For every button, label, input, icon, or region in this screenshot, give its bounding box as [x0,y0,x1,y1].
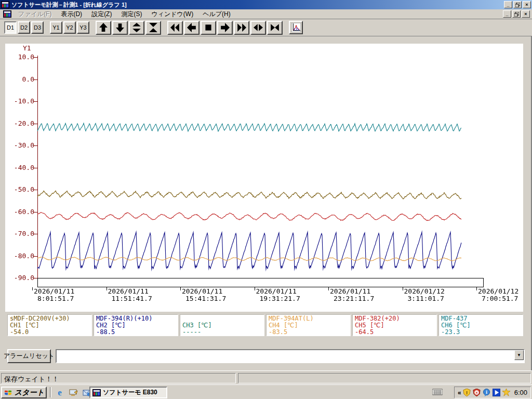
security-alert-shield-icon[interactable]: × [473,389,481,397]
restore-button[interactable] [513,1,522,8]
y-tick-label: -80.0 [10,252,34,259]
security-warning-shield-icon[interactable]: ! [463,389,471,397]
compress-vertical-button[interactable] [145,21,161,35]
expand-vertical-button[interactable] [129,21,144,35]
compress-vertical-icon [149,23,158,32]
tray-collapse-chevron[interactable]: « [458,389,461,396]
info-balloon-icon[interactable]: i [483,389,491,397]
y-tick-label: -60.0 [10,208,34,215]
scroll-up-button[interactable] [96,21,111,35]
chevron-down-icon: ▼ [517,353,521,357]
legend-cell-ch1: sMDF-DC200V(+30) CH1 [℃] -54.0 [7,314,92,336]
rewind-icon [170,23,180,32]
menu-help[interactable]: ヘルプ(H) [198,9,235,20]
ie-quicklaunch-icon[interactable]: e [54,387,65,398]
window-title: ソフトサーモ計測－計測1 - [折れ線グラフ 1] [11,1,503,9]
expand-horizontal-button[interactable] [250,21,266,35]
task-label: ソフトサーモ E830 [103,388,157,397]
svg-text:i: i [486,390,487,395]
arrow-right-icon [220,23,230,32]
status-message: 保存ウェイト！！ [1,373,236,383]
line-graph-icon [291,23,301,32]
media-play-icon[interactable] [493,389,501,397]
arrow-down-icon [115,23,125,32]
legend-cell-ch3: CH3 [℃] ----- [180,314,264,336]
alarm-reset-button[interactable]: アラームリセット [7,349,51,363]
compress-horizontal-icon [270,23,280,32]
step-right-button[interactable] [217,21,233,35]
x-tick-label: 2026/01/118:01:51.7 [34,288,74,302]
ie-icon: e [58,388,62,398]
menu-bar: ファイル(F) 表示(D) 設定(Z) 測定(S) ウィンドウ(W) ヘルプ(H… [0,9,532,19]
show-desktop-icon[interactable] [68,387,79,398]
alarm-message-field[interactable] [56,349,525,363]
step-left-button[interactable] [184,21,200,35]
status-text: 保存ウェイト！！ [4,375,59,383]
menu-view[interactable]: 表示(D) [56,9,87,20]
status-panel-right [238,373,531,383]
x-tick-label: 2026/01/1119:31:21.7 [256,288,300,302]
system-tray: « ! × i 6:00 [454,387,531,398]
rewind-button[interactable] [167,21,183,35]
toolbar-d1-button[interactable]: D1 [4,21,17,34]
toolbar-d3-button[interactable]: D3 [31,21,44,34]
child-restore-button[interactable] [512,10,521,18]
legend-cell-ch4: MDF-394AT(L) CH4 [℃] -83.5 [266,314,351,336]
task-app-icon [92,389,101,396]
y-tick-label: -20.0 [10,120,34,127]
scroll-down-button[interactable] [112,21,128,35]
alarm-message-combobox[interactable]: ▼ [56,349,525,363]
toolbar-d2-button[interactable]: D2 [18,21,30,34]
taskbar-divider [50,387,51,397]
toolbar-y3-button[interactable]: Y3 [77,21,89,34]
toolbar: D1 D2 D3 Y1 Y2 Y3 [0,19,532,36]
title-bar: ソフトサーモ計測－計測1 - [折れ線グラフ 1] _ × [0,0,532,9]
star-burst-icon[interactable] [502,389,511,397]
start-button[interactable]: スタート [1,387,47,398]
legend-cell-ch6: MDF-437 CH6 [℃] -23.3 [438,314,523,336]
mdi-child-icon [3,10,11,18]
stop-button[interactable] [201,21,216,35]
close-button[interactable]: × [523,1,531,8]
start-label: スタート [15,388,44,397]
stop-icon [204,23,213,32]
toolbar-y2-button[interactable]: Y2 [63,21,76,34]
child-close-button[interactable]: × [522,10,530,18]
toolbar-y1-button[interactable]: Y1 [50,21,62,34]
fast-forward-button[interactable] [234,21,249,35]
y-tick-label: -50.0 [10,186,34,193]
status-bar: 保存ウェイト！！ [0,370,532,384]
minimize-button[interactable]: _ [504,1,512,8]
menu-settings[interactable]: 設定(Z) [87,9,116,20]
windows-logo-icon [4,389,12,397]
graph-settings-button[interactable] [289,21,303,34]
task-button-softthermo[interactable]: ソフトサーモ E830 [89,387,167,398]
child-restore-icon [514,12,519,17]
combo-dropdown-button[interactable]: ▼ [514,350,524,360]
menu-file[interactable]: ファイル(F) [14,9,56,20]
x-tick-label: 2026/01/127:00:51.7 [478,288,518,302]
y-tick-label: -10.0 [10,98,34,104]
y-tick-label: -90.0 [10,274,34,281]
legend-cell-ch5: MDF-382(+20) CH5 [℃] -64.5 [352,314,437,336]
svg-text:!: ! [466,390,468,395]
menu-measure[interactable]: 測定(S) [116,9,147,20]
ime-keyboard-icon[interactable] [432,388,443,397]
desktop-icon [69,389,78,397]
menu-window[interactable]: ウィンドウ(W) [147,9,198,20]
x-tick-label: 2026/01/1123:21:11.7 [330,288,374,302]
mdi-client-area: Y1 10.00.0-10.0-20.0-30.0-40.0-50.0-60.0… [0,36,532,370]
ch4-value: -83.5 [269,329,348,336]
line-graph-panel: Y1 10.00.0-10.0-20.0-30.0-40.0-50.0-60.0… [5,44,523,312]
child-minimize-button[interactable]: _ [503,10,511,18]
compress-horizontal-button[interactable] [267,21,283,35]
chart-canvas[interactable] [5,44,523,312]
x-tick-label: 2026/01/123:11:01.7 [404,288,445,302]
y-tick-label: -40.0 [10,164,34,171]
arrow-left-icon [187,23,196,32]
expand-horizontal-icon [254,23,263,32]
expand-vertical-icon [132,23,141,32]
y-tick-label: 0.0 [10,76,34,83]
ch3-value: ----- [182,329,262,336]
y-axis-title: Y1 [23,44,31,52]
